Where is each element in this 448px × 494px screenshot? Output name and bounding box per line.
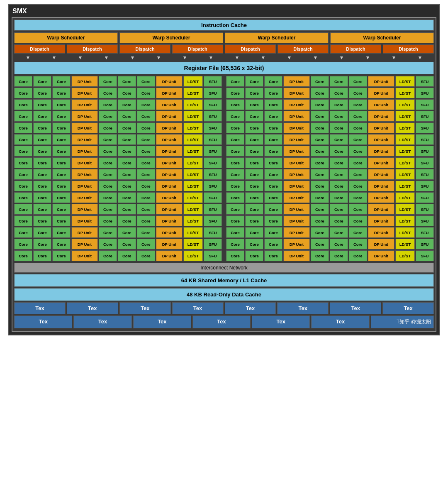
row-7-cell-4: DP Unit [71,146,98,157]
row-7-cell-15: Core [311,146,329,157]
tex-1-4: Tex [172,302,224,314]
tex-row-1: Tex Tex Tex Tex Tex Tex Tex Tex [14,302,434,314]
cores-area: CoreCoreCoreDP UnitCoreCoreCoreDP UnitLD… [14,76,434,261]
core-row-8: CoreCoreCoreDP UnitCoreCoreCoreDP UnitLD… [14,157,434,168]
row-14-cell-10: SFU [204,227,222,238]
row-10-cell-15: Core [311,181,329,191]
arrow-14: ▼ [355,55,381,61]
row-12-cell-15: Core [311,204,329,215]
row-5-cell-5: Core [99,122,117,133]
row-8-spacer [223,157,225,168]
row-7-cell-18: DP Unit [368,146,394,157]
row-13-cell-4: DP Unit [71,215,98,226]
arrow-2: ▼ [41,55,67,61]
tex-1-8: Tex [382,302,434,314]
row-6-cell-13: Core [264,134,282,145]
row-4-cell-6: Core [118,111,136,122]
row-10-cell-9: LD/ST [183,181,203,191]
smx-diagram: SMX Instruction Cache Warp Scheduler War… [8,4,440,335]
row-9-cell-11: Core [226,169,244,180]
row-14-cell-4: DP Unit [71,227,98,238]
row-1-cell-12: Core [245,76,263,87]
row-1-cell-5: Core [99,76,117,87]
row-2-cell-20: SFU [416,88,434,98]
row-15-cell-1: Core [14,239,32,249]
tex-2-2: Tex [73,315,131,328]
row-11-cell-12: Core [245,192,263,203]
row-1-cell-7: Core [137,76,155,87]
row-15-cell-18: DP Unit [368,239,394,249]
row-8-cell-18: DP Unit [368,157,394,168]
row-5-cell-19: LD/ST [395,122,415,133]
core-row-16: CoreCoreCoreDP UnitCoreCoreCoreDP UnitLD… [14,250,434,261]
row-12-cell-5: Core [99,204,117,215]
row-1-cell-14: DP Unit [283,76,310,87]
row-15-cell-12: Core [245,239,263,249]
row-16-cell-6: Core [118,250,136,261]
row-14-cell-18: DP Unit [368,227,394,238]
watermark: T知乎 @掘太阳 [371,315,434,328]
arrow-1: ▼ [15,55,41,61]
row-10-cell-3: Core [52,181,71,191]
row-5-cell-6: Core [118,122,136,133]
row-11-cell-7: Core [137,192,155,203]
row-9-cell-16: Core [330,169,348,180]
dispatch-8: Dispatch [383,44,434,54]
row-1-cell-4: DP Unit [71,76,98,87]
dispatch-4: Dispatch [172,44,223,54]
row-3-cell-4: DP Unit [71,99,98,110]
row-13-cell-2: Core [33,215,51,226]
tex-1-1: Tex [14,302,66,314]
row-8-cell-10: SFU [204,157,222,168]
row-9-cell-13: Core [264,169,282,180]
row-10-cell-8: DP Unit [156,181,183,191]
row-12-cell-10: SFU [204,204,222,215]
row-8-cell-17: Core [349,157,367,168]
row-11-cell-9: LD/ST [183,192,203,203]
row-15-cell-10: SFU [204,239,222,249]
row-4-cell-10: SFU [204,111,222,122]
row-15-cell-16: Core [330,239,348,249]
row-14-cell-11: Core [226,227,244,238]
arrow-12: ▼ [302,55,329,61]
smx-title: SMX [12,7,436,15]
row-15-cell-9: LD/ST [183,239,203,249]
row-14-cell-3: Core [52,227,71,238]
row-2-cell-8: DP Unit [156,88,183,98]
row-2-cell-18: DP Unit [368,88,394,98]
row-5-cell-3: Core [52,122,71,133]
row-4-cell-5: Core [99,111,117,122]
row-16-cell-20: SFU [416,250,434,261]
row-2-cell-9: LD/ST [183,88,203,98]
core-row-9: CoreCoreCoreDP UnitCoreCoreCoreDP UnitLD… [14,169,434,180]
row-9-cell-10: SFU [204,169,222,180]
row-13-cell-13: Core [264,215,282,226]
warp-scheduler-3: Warp Scheduler [225,32,329,43]
row-9-cell-12: Core [245,169,263,180]
row-4-cell-11: Core [226,111,244,122]
row-13-cell-14: DP Unit [283,215,310,226]
row-3-cell-10: SFU [204,99,222,110]
warp-scheduler-4: Warp Scheduler [330,32,434,43]
row-3-cell-17: Core [349,99,367,110]
row-14-cell-12: Core [245,227,263,238]
row-16-cell-1: Core [14,250,32,261]
row-3-cell-20: SFU [416,99,434,110]
row-2-cell-12: Core [245,88,263,98]
row-6-cell-9: LD/ST [183,134,203,145]
row-14-cell-1: Core [14,227,32,238]
row-1-cell-15: Core [311,76,329,87]
row-12-cell-16: Core [330,204,348,215]
row-12-cell-19: LD/ST [395,204,415,215]
row-6-cell-7: Core [137,134,155,145]
row-7-cell-12: Core [245,146,263,157]
row-5-cell-4: DP Unit [71,122,98,133]
row-4-cell-15: Core [311,111,329,122]
dispatch-row: Dispatch Dispatch Dispatch Dispatch Disp… [14,44,434,54]
row-8-cell-13: Core [264,157,282,168]
row-1-cell-8: DP Unit [156,76,183,87]
warp-scheduler-1: Warp Scheduler [14,32,118,43]
row-8-cell-6: Core [118,157,136,168]
inner-content: Instruction Cache Warp Scheduler Warp Sc… [12,17,436,332]
row-14-cell-9: LD/ST [183,227,203,238]
